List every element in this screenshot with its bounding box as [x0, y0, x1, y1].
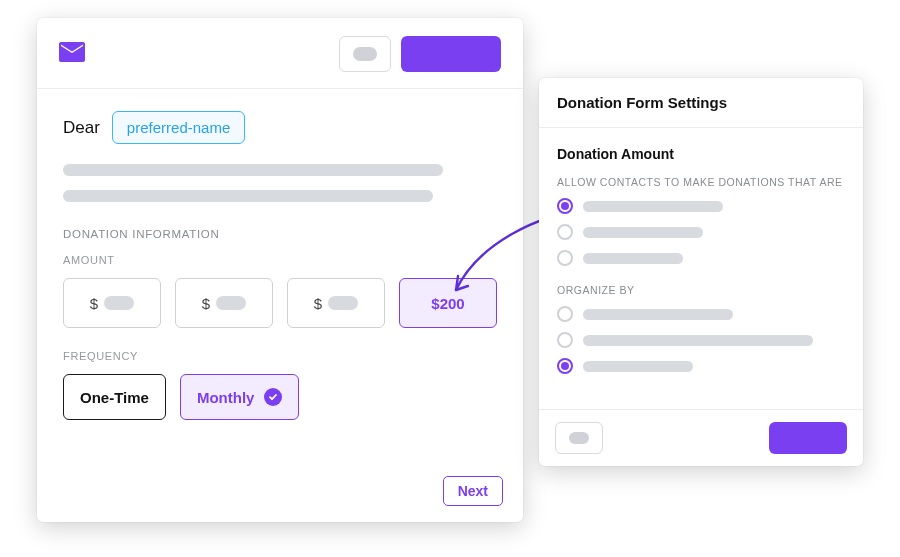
allow-option[interactable] — [557, 198, 845, 214]
next-button[interactable]: Next — [443, 476, 503, 506]
label-organize-by: ORGANIZE BY — [557, 284, 845, 296]
radio-icon — [557, 306, 573, 322]
frequency-options: One-Time Monthly — [63, 374, 497, 420]
settings-footer — [539, 409, 863, 466]
section-donation-info: DONATION INFORMATION — [63, 228, 497, 240]
label-amount: AMOUNT — [63, 254, 497, 266]
salutation-row: Dear preferred-name — [63, 111, 497, 144]
body-placeholder-line — [63, 190, 433, 202]
radio-icon — [557, 250, 573, 266]
option-placeholder — [583, 201, 723, 212]
frequency-monthly[interactable]: Monthly — [180, 374, 300, 420]
merge-field-preferred-name[interactable]: preferred-name — [112, 111, 245, 144]
frequency-monthly-label: Monthly — [197, 389, 255, 406]
frequency-one-time[interactable]: One-Time — [63, 374, 166, 420]
radio-icon — [557, 224, 573, 240]
settings-title: Donation Form Settings — [539, 78, 863, 128]
option-placeholder — [583, 361, 693, 372]
dollar-sign-icon: $ — [202, 295, 210, 312]
radio-icon — [557, 358, 573, 374]
settings-toggle[interactable] — [555, 422, 603, 454]
amount-option[interactable]: $ — [287, 278, 385, 328]
label-allow-donations: ALLOW CONTACTS TO MAKE DONATIONS THAT AR… — [557, 176, 845, 188]
header-primary-button[interactable] — [401, 36, 501, 72]
option-placeholder — [583, 335, 813, 346]
option-placeholder — [583, 253, 683, 264]
settings-group-donation-amount: Donation Amount — [557, 146, 845, 162]
organize-option[interactable] — [557, 306, 845, 322]
amount-option-selected[interactable]: $200 — [399, 278, 497, 328]
envelope-icon — [59, 42, 85, 66]
dollar-sign-icon: $ — [314, 295, 322, 312]
organize-option[interactable] — [557, 332, 845, 348]
salutation-word: Dear — [63, 118, 100, 138]
donation-form-card: Dear preferred-name DONATION INFORMATION… — [37, 18, 523, 522]
settings-card: Donation Form Settings Donation Amount A… — [539, 78, 863, 466]
amount-option[interactable]: $ — [175, 278, 273, 328]
form-footer: Next — [37, 476, 523, 522]
header-actions — [339, 36, 501, 72]
amount-placeholder — [216, 296, 246, 310]
form-body: Dear preferred-name DONATION INFORMATION… — [37, 89, 523, 476]
radio-icon — [557, 332, 573, 348]
label-frequency: FREQUENCY — [63, 350, 497, 362]
amount-options: $ $ $ $200 — [63, 278, 497, 328]
option-placeholder — [583, 227, 703, 238]
amount-option[interactable]: $ — [63, 278, 161, 328]
dollar-sign-icon: $ — [90, 295, 98, 312]
option-placeholder — [583, 309, 733, 320]
radio-icon — [557, 198, 573, 214]
frequency-one-time-label: One-Time — [80, 389, 149, 406]
amount-selected-label: $200 — [431, 295, 464, 312]
amount-placeholder — [104, 296, 134, 310]
settings-body: Donation Amount ALLOW CONTACTS TO MAKE D… — [539, 128, 863, 409]
form-header — [37, 18, 523, 89]
allow-option[interactable] — [557, 250, 845, 266]
body-placeholder-line — [63, 164, 443, 176]
organize-option[interactable] — [557, 358, 845, 374]
settings-save-button[interactable] — [769, 422, 847, 454]
header-toggle[interactable] — [339, 36, 391, 72]
amount-placeholder — [328, 296, 358, 310]
check-circle-icon — [264, 388, 282, 406]
allow-option[interactable] — [557, 224, 845, 240]
